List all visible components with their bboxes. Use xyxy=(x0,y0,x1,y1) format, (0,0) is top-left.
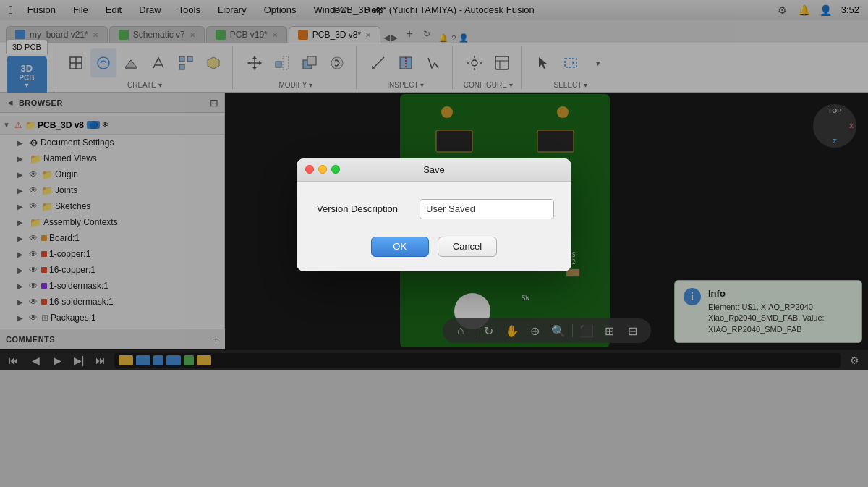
tree-origin[interactable]: ▶ 👁 📁 Origin xyxy=(0,166,224,182)
configure-params-btn[interactable] xyxy=(461,48,488,77)
tab-close-pcb-3d[interactable]: ✕ xyxy=(365,31,371,39)
origin-eye-icon[interactable]: 👁 xyxy=(29,169,38,179)
modify-move-btn[interactable] xyxy=(242,48,268,77)
modal-close-btn[interactable] xyxy=(305,165,314,174)
create-component-btn[interactable] xyxy=(63,48,89,77)
root-collapse-arrow[interactable]: ▼ xyxy=(3,121,13,129)
tree-board[interactable]: ▶ 👁 Board:1 xyxy=(0,230,224,246)
timeline-track[interactable] xyxy=(114,353,841,368)
modal-cancel-button[interactable]: Cancel xyxy=(438,237,497,257)
16soldermask-eye-icon[interactable]: 👁 xyxy=(29,297,38,307)
create-shell-btn[interactable] xyxy=(145,48,171,77)
tl-play[interactable]: ▶ xyxy=(49,352,65,368)
tree-document-settings[interactable]: ▶ ⚙ Document Settings xyxy=(0,135,224,151)
create-pattern-btn[interactable] xyxy=(173,48,199,77)
tab-help-icon[interactable]: ? xyxy=(451,34,456,43)
modal-minimize-btn[interactable] xyxy=(318,165,327,174)
mode-3d-pcb[interactable]: 3D PCB xyxy=(6,39,48,54)
gizmo-circle[interactable]: TOP X Z xyxy=(813,104,856,148)
browser-collapse-btn[interactable]: ⊟ xyxy=(210,97,218,109)
origin-arrow[interactable]: ▶ xyxy=(17,171,27,179)
notification-icon[interactable]: ⚙ xyxy=(776,4,789,17)
inspect-section-btn[interactable] xyxy=(393,48,419,77)
tree-16soldermask[interactable]: ▶ 👁 16-soldermask:1 xyxy=(0,294,224,310)
packages-arrow[interactable]: ▶ xyxy=(17,314,27,322)
tl-prev-frame[interactable]: ◀ xyxy=(27,352,43,368)
notification-bell[interactable]: 🔔 xyxy=(798,4,811,17)
joints-arrow[interactable]: ▶ xyxy=(17,187,27,195)
select-window-btn[interactable] xyxy=(558,48,584,77)
modify-scale-btn[interactable] xyxy=(269,48,295,77)
tl-skip-start[interactable]: ⏮ xyxy=(6,352,22,368)
tree-1copper[interactable]: ▶ 👁 1-copper:1 xyxy=(0,246,224,262)
packages-eye-icon[interactable]: 👁 xyxy=(29,313,38,323)
16soldermask-arrow[interactable]: ▶ xyxy=(17,298,27,306)
tab-user-avatar[interactable]: 👤 xyxy=(459,33,469,43)
sketches-arrow[interactable]: ▶ xyxy=(17,203,27,211)
modify-more-btn[interactable] xyxy=(324,48,350,77)
16copper-arrow[interactable]: ▶ xyxy=(17,266,27,274)
canvas-tool-orbit[interactable]: ↻ xyxy=(480,321,498,340)
tab-add-button[interactable]: + xyxy=(401,25,418,43)
inspect-measure-btn[interactable] xyxy=(365,48,391,77)
joints-eye-icon[interactable]: 👁 xyxy=(29,185,38,195)
browser-root-item[interactable]: ▼ ⚠ 📁 PCB_3D v8 🔵 👁 xyxy=(0,116,224,135)
browser-back-arrow[interactable]: ◄ xyxy=(6,98,14,108)
create-extrude-btn[interactable] xyxy=(118,48,144,77)
view-gizmo[interactable]: TOP X Z xyxy=(813,104,856,148)
tab-notification-icon[interactable]: 🔔 xyxy=(438,33,448,43)
named-views-arrow[interactable]: ▶ xyxy=(17,155,27,163)
3d-pcb-button[interactable]: 3D PCB ▼ xyxy=(7,56,47,96)
1copper-eye-icon[interactable]: 👁 xyxy=(29,249,38,259)
tl-skip-end[interactable]: ⏭ xyxy=(93,352,109,368)
canvas-tool-home[interactable]: ⌂ xyxy=(451,321,470,340)
select-more-btn[interactable]: ▼ xyxy=(585,48,611,77)
1copper-arrow[interactable]: ▶ xyxy=(17,250,27,258)
select-cursor-btn[interactable] xyxy=(530,48,556,77)
comments-add-button[interactable]: + xyxy=(213,333,219,346)
tree-sketches[interactable]: ▶ 👁 📁 Sketches xyxy=(0,198,224,214)
modal-ok-button[interactable]: OK xyxy=(371,237,429,257)
tab-close-schematic[interactable]: ✕ xyxy=(190,31,195,39)
canvas-tool-grid[interactable]: ⊞ xyxy=(600,321,619,340)
create-sketch-btn[interactable] xyxy=(90,48,116,77)
tab-arrow-left[interactable]: ◀ xyxy=(383,33,390,43)
tree-named-views[interactable]: ▶ 📁 Named Views xyxy=(0,151,224,166)
tab-pcb-3d[interactable]: PCB_3D v8* ✕ xyxy=(289,26,380,43)
canvas-tool-zoom-window[interactable]: 🔍 xyxy=(549,321,568,340)
tree-1soldermask[interactable]: ▶ 👁 1-soldermask:1 xyxy=(0,278,224,294)
tl-next-frame[interactable]: ▶| xyxy=(71,352,87,368)
assembly-arrow[interactable]: ▶ xyxy=(17,219,27,226)
tab-close-my-board[interactable]: ✕ xyxy=(93,31,98,39)
modify-combine-btn[interactable] xyxy=(297,48,323,77)
board-arrow[interactable]: ▶ xyxy=(17,234,27,242)
tree-joints[interactable]: ▶ 👁 📁 Joints xyxy=(0,182,224,198)
create-more-btn[interactable] xyxy=(200,48,226,77)
canvas-tool-pan[interactable]: ✋ xyxy=(503,321,522,340)
sketches-eye-icon[interactable]: 👁 xyxy=(29,201,38,211)
menu-tools[interactable]: Tools xyxy=(176,3,203,17)
canvas-tool-more[interactable]: ⊟ xyxy=(624,321,642,340)
1soldermask-arrow[interactable]: ▶ xyxy=(17,282,27,290)
board-eye-icon[interactable]: 👁 xyxy=(29,233,38,243)
version-description-input[interactable] xyxy=(420,199,554,219)
tab-reload-button[interactable]: ↻ xyxy=(418,25,435,43)
tree-assembly-contexts[interactable]: ▶ 📁 Assembly Contexts xyxy=(0,214,224,230)
menu-draw[interactable]: Draw xyxy=(136,3,163,17)
menu-fusion[interactable]: Fusion xyxy=(25,3,59,17)
user-icon[interactable]: 👤 xyxy=(820,4,833,17)
inspect-more-btn[interactable] xyxy=(420,48,446,77)
menu-library[interactable]: Library xyxy=(215,3,250,17)
canvas-tool-display[interactable]: ⬛ xyxy=(577,321,596,340)
modal-maximize-btn[interactable] xyxy=(331,165,340,174)
menu-file[interactable]: File xyxy=(70,3,91,17)
16copper-eye-icon[interactable]: 👁 xyxy=(29,265,38,275)
apple-menu[interactable]:  xyxy=(9,4,13,17)
tl-settings-btn[interactable]: ⚙ xyxy=(846,352,862,368)
menu-options[interactable]: Options xyxy=(261,3,299,17)
doc-settings-arrow[interactable]: ▶ xyxy=(17,139,27,147)
canvas-tool-zoom-fit[interactable]: ⊕ xyxy=(526,321,545,340)
tab-pcb-v19[interactable]: PCB v19* ✕ xyxy=(206,26,287,43)
configure-more-btn[interactable] xyxy=(489,48,515,77)
tree-packages[interactable]: ▶ 👁 ⊞ Packages:1 xyxy=(0,310,224,326)
